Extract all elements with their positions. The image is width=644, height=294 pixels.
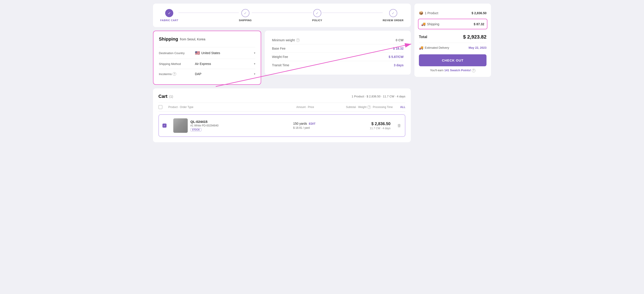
us-flag: 🇺🇸	[195, 51, 200, 56]
shipping-highlight-row: 🚚 Shipping $ 87.32	[418, 19, 488, 29]
item-delete-button[interactable]: 🗑	[393, 123, 401, 128]
checkmark-icon: ✓	[168, 11, 171, 15]
base-fee-row: Base Fee $ 18.32	[272, 44, 404, 53]
product-box-icon: 📦	[419, 11, 424, 15]
swatch-info-icon[interactable]: ?	[472, 69, 476, 72]
item-tag: STOCK	[190, 128, 202, 131]
item-image-inner	[173, 118, 188, 133]
shipping-card: Shipping from Seoul, Korea Destination C…	[153, 31, 261, 85]
column-product: Product · Order Type	[168, 106, 294, 109]
destination-value: 🇺🇸 United States	[195, 51, 220, 56]
cart-summary: 1 Product · $ 2,836.50 · 11.7 CW · 4 day…	[352, 95, 405, 98]
shipping-truck-icon: 🚚	[421, 22, 426, 26]
destination-select[interactable]: 🇺🇸 United States ▾	[195, 51, 255, 56]
item-yards: 150 yards EDIT	[293, 122, 338, 125]
step-connector-2	[252, 13, 312, 13]
shipping-title: Shipping from Seoul, Korea	[159, 37, 255, 42]
column-amount: Amount · Price	[296, 106, 342, 109]
weight-fee-row: Weight Fee $ 5.87/CW	[272, 53, 404, 61]
swatch-points-value: 141 Swatch Points!	[444, 69, 471, 72]
item-total-price: $ 2,836.50	[341, 122, 390, 126]
select-all-checkbox[interactable]	[158, 105, 166, 109]
step-fabric-cart[interactable]: ✓ FABRIC CART	[160, 9, 178, 22]
delivery-truck-icon: 🚚	[419, 46, 424, 50]
item-price-per: $ 18.91 / yard	[293, 126, 338, 129]
delivery-label: 🚚 Estimated Delivery	[419, 46, 449, 50]
chevron-down-icon-destination: ▾	[254, 51, 255, 55]
incoterms-row: Incoterms ? DAP ▾	[159, 69, 255, 79]
step-label-shipping: SHIPPING	[239, 19, 252, 22]
product-row: 📦 1 Product $ 2,836.50	[419, 8, 486, 18]
step-shipping[interactable]: ✓ SHIPPING	[239, 9, 252, 22]
step-label-policy: POLICY	[312, 19, 322, 22]
chevron-down-icon-incoterms: ▾	[254, 72, 255, 76]
cart-table-header: Product · Order Type Amount · Price Subt…	[158, 103, 405, 112]
incoterms-value: DAP	[195, 72, 202, 76]
step-circle-shipping: ✓	[241, 9, 250, 17]
min-weight-info-icon[interactable]: ?	[296, 38, 300, 42]
item-amount: 150 yards EDIT $ 18.91 / yard	[293, 122, 338, 129]
cart-count: (1)	[169, 95, 173, 98]
min-weight-label: Minimum weight ?	[272, 38, 300, 42]
base-fee-value: $ 18.32	[393, 47, 404, 50]
checkbox-outline[interactable]	[158, 105, 162, 109]
shipping-section: Shipping from Seoul, Korea Destination C…	[153, 31, 411, 85]
trash-icon: 🗑	[397, 123, 401, 128]
shipping-from: from Seoul, Korea	[180, 38, 206, 41]
transit-time-row: Transit Time 3 days	[272, 61, 404, 69]
method-select[interactable]: Air Express ▾	[195, 62, 255, 66]
delete-all-button[interactable]: ALL	[394, 106, 405, 109]
delivery-date: May 22, 2023	[468, 46, 486, 49]
checkmark-icon-review: ✓	[392, 11, 394, 15]
cart-title: Cart (1)	[158, 94, 173, 99]
weight-fee-label: Weight Fee	[272, 55, 288, 59]
column-subtotal: Subtotal · Weight ? Processing Time	[343, 105, 393, 109]
sidebar: 📦 1 Product $ 2,836.50 🚚 Shipping $ 87.3…	[414, 4, 491, 142]
delivery-row: 🚚 Estimated Delivery May 22, 2023	[419, 43, 486, 53]
delete-all-label: ALL	[400, 106, 405, 109]
cart-header: Cart (1) 1 Product · $ 2,836.50 · 11.7 C…	[158, 94, 405, 99]
total-price: $ 2,923.82	[463, 34, 486, 40]
step-review-order[interactable]: ✓ REVIEW ORDER	[382, 9, 404, 22]
stepper: ✓ FABRIC CART ✓ SHIPPING ✓ POLICY	[153, 4, 411, 27]
shipping-details-area: Minimum weight ? 0 CW Base Fee $ 18.32	[265, 31, 411, 85]
incoterms-select[interactable]: DAP ▾	[195, 72, 255, 76]
checkmark-icon-shipping: ✓	[244, 11, 247, 15]
cart-item: ✓ QL-024415 #1 White PD-00294840 STOCK 1…	[158, 114, 405, 137]
method-value: Air Express	[195, 62, 211, 66]
item-checked-checkbox[interactable]: ✓	[162, 124, 166, 128]
destination-row: Destination Country 🇺🇸 United States ▾	[159, 47, 255, 59]
destination-label: Destination Country	[159, 51, 195, 55]
cart-card: Cart (1) 1 Product · $ 2,836.50 · 11.7 C…	[153, 88, 411, 142]
item-sub: #1 White PD-00294840	[190, 124, 290, 127]
step-connector-3	[322, 13, 382, 13]
product-label: 📦 1 Product	[419, 11, 438, 15]
item-checkbox[interactable]: ✓	[162, 124, 170, 128]
step-policy[interactable]: ✓ POLICY	[312, 9, 322, 22]
summary-card: 📦 1 Product $ 2,836.50 🚚 Shipping $ 87.3…	[414, 4, 491, 77]
min-weight-row: Minimum weight ? 0 CW	[272, 36, 404, 44]
product-price: $ 2,836.50	[472, 11, 486, 15]
checkout-button[interactable]: CHECK OUT	[419, 54, 486, 66]
total-row: Total $ 2,923.82	[419, 31, 486, 43]
transit-value: 3 days	[394, 63, 404, 67]
step-connector-1	[178, 13, 239, 13]
item-weight-days: 11.7 CW · 4 days	[341, 127, 390, 130]
step-circle-fabric-cart: ✓	[165, 9, 173, 17]
method-row: Shipping Method Air Express ▾	[159, 59, 255, 69]
incoterms-info-icon[interactable]: ?	[172, 72, 176, 76]
weight-fee-value: $ 5.87/CW	[389, 55, 404, 59]
subtotal-info-icon[interactable]: ?	[367, 105, 371, 109]
checkmark-icon-policy: ✓	[316, 11, 318, 15]
method-label: Shipping Method	[159, 62, 195, 66]
step-label-fabric-cart: FABRIC CART	[160, 19, 178, 22]
shipping-form-area: Shipping from Seoul, Korea Destination C…	[153, 31, 261, 85]
item-edit-button[interactable]: EDIT	[309, 122, 316, 125]
min-weight-value: 0 CW	[396, 38, 404, 42]
shipping-price: $ 87.32	[474, 22, 484, 26]
item-image	[173, 118, 188, 133]
summary-divider	[419, 30, 486, 31]
step-circle-policy: ✓	[313, 9, 321, 17]
total-label: Total	[419, 35, 427, 39]
item-subtotal: $ 2,836.50 11.7 CW · 4 days	[341, 122, 390, 130]
